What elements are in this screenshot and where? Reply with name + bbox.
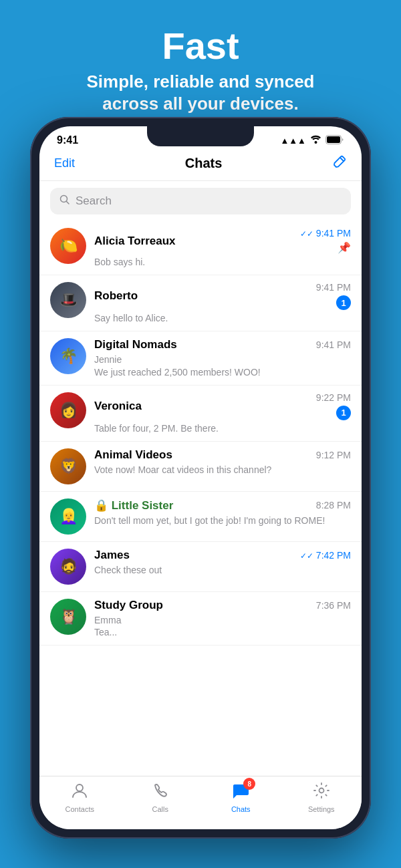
chat-right-sister: 8:28 PM	[316, 500, 351, 511]
chat-item-veronica[interactable]: 👩 Veronica 9:22 PM 1 Table for four, 2 P…	[39, 386, 362, 442]
chat-name-james: James	[94, 549, 130, 562]
chats-title: Chats	[185, 156, 223, 171]
chat-top-veronica: Veronica 9:22 PM 1	[94, 392, 351, 420]
chat-preview-veronica: Table for four, 2 PM. Be there.	[94, 422, 351, 434]
chat-time-study: 7:36 PM	[316, 600, 351, 611]
tab-bar: Contacts Calls 8 Chats	[39, 776, 362, 829]
chat-top-study: Study Group 7:36 PM	[94, 599, 351, 612]
chat-right-digital: 9:41 PM	[316, 339, 351, 350]
chat-content-veronica: Veronica 9:22 PM 1 Table for four, 2 PM.…	[94, 392, 351, 434]
chat-time-roberto: 9:41 PM	[316, 282, 351, 293]
compose-button[interactable]	[332, 154, 347, 172]
chat-item-alicia[interactable]: 🍋 Alicia Torreaux ✓✓ 9:41 PM 📌 Bob says …	[39, 221, 362, 275]
svg-rect-2	[327, 136, 340, 143]
chat-content-james: James ✓✓ 7:42 PM Check these out	[94, 549, 351, 576]
chat-content-animal: Animal Videos 9:12 PM Vote now! Moar cat…	[94, 448, 351, 476]
edit-button[interactable]: Edit	[54, 156, 75, 170]
avatar-animal: 🦁	[50, 448, 86, 484]
search-placeholder: Search	[76, 194, 112, 208]
chat-name-alicia: Alicia Torreaux	[94, 235, 176, 248]
contacts-icon	[71, 782, 88, 803]
svg-point-0	[315, 141, 317, 144]
chat-preview-digital: JennieWe just reached 2,500 members! WOO…	[94, 353, 351, 378]
hero-subtitle: Simple, reliable and syncedacross all yo…	[0, 71, 401, 116]
tab-settings[interactable]: Settings	[281, 782, 362, 813]
chat-name-sister: 🔒 Little Sister	[94, 498, 173, 513]
chat-right-roberto: 9:41 PM 1	[316, 282, 351, 310]
chat-time-james: ✓✓ 7:42 PM	[300, 550, 351, 561]
chat-name-study: Study Group	[94, 599, 163, 612]
chat-right-veronica: 9:22 PM 1	[316, 392, 351, 420]
chat-right-study: 7:36 PM	[316, 600, 351, 611]
chat-time-digital: 9:41 PM	[316, 339, 351, 350]
avatar-study: 🦉	[50, 599, 86, 635]
chat-preview-study: EmmaTea...	[94, 614, 351, 638]
avatar-james: 🧔	[50, 549, 86, 585]
chat-preview-sister: Don't tell mom yet, but I got the job! I…	[94, 515, 351, 527]
chat-time-veronica: 9:22 PM	[316, 392, 351, 403]
chat-item-sister[interactable]: 👱‍♀️ 🔒 Little Sister 8:28 PM Don't tell …	[39, 492, 362, 542]
avatar-sister: 👱‍♀️	[50, 498, 86, 535]
wifi-icon	[310, 135, 321, 146]
phone-screen: 9:41 ▲▲▲	[39, 126, 362, 829]
hero-title: Fast	[0, 25, 401, 67]
status-icons: ▲▲▲	[280, 135, 344, 146]
search-icon	[59, 194, 70, 208]
chat-name-digital: Digital Nomads	[94, 338, 177, 351]
settings-label: Settings	[308, 805, 335, 813]
chat-top-roberto: Roberto 9:41 PM 1	[94, 282, 351, 310]
calls-icon	[152, 782, 169, 803]
chat-item-digital[interactable]: 🌴 Digital Nomads 9:41 PM JennieWe just r…	[39, 331, 362, 385]
chat-top-alicia: Alicia Torreaux ✓✓ 9:41 PM 📌	[94, 228, 351, 254]
chat-content-digital: Digital Nomads 9:41 PM JennieWe just rea…	[94, 338, 351, 378]
hero-section: Fast Simple, reliable and syncedacross a…	[0, 0, 401, 129]
battery-icon	[325, 135, 344, 146]
svg-point-5	[319, 788, 323, 793]
chat-time-alicia: ✓✓ 9:41 PM	[300, 228, 351, 239]
chat-top-james: James ✓✓ 7:42 PM	[94, 549, 351, 562]
chat-content-alicia: Alicia Torreaux ✓✓ 9:41 PM 📌 Bob says hi…	[94, 228, 351, 268]
phone-frame: 9:41 ▲▲▲	[30, 117, 371, 839]
tab-calls[interactable]: Calls	[120, 782, 201, 813]
chat-right-animal: 9:12 PM	[316, 450, 351, 460]
chat-name-roberto: Roberto	[94, 289, 138, 303]
tab-contacts[interactable]: Contacts	[39, 782, 120, 813]
chat-content-study: Study Group 7:36 PM EmmaTea...	[94, 599, 351, 638]
chat-item-study[interactable]: 🦉 Study Group 7:36 PM EmmaTea...	[39, 592, 362, 645]
chat-preview-animal: Vote now! Moar cat videos in this channe…	[94, 464, 351, 476]
avatar-digital: 🌴	[50, 338, 86, 374]
calls-label: Calls	[152, 805, 168, 813]
chats-label: Chats	[231, 805, 251, 813]
search-bar[interactable]: Search	[50, 188, 351, 214]
chat-content-sister: 🔒 Little Sister 8:28 PM Don't tell mom y…	[94, 498, 351, 527]
status-time: 9:41	[57, 134, 78, 146]
chat-preview-roberto: Say hello to Alice.	[94, 312, 351, 324]
chat-time-animal: 9:12 PM	[316, 450, 351, 460]
contacts-label: Contacts	[65, 805, 94, 813]
avatar-roberto: 🎩	[50, 282, 86, 318]
tab-chats[interactable]: 8 Chats	[200, 782, 281, 813]
chat-right-alicia: ✓✓ 9:41 PM 📌	[300, 228, 351, 254]
chat-top-sister: 🔒 Little Sister 8:28 PM	[94, 498, 351, 513]
chat-top-digital: Digital Nomads 9:41 PM	[94, 338, 351, 351]
chat-item-james[interactable]: 🧔 James ✓✓ 7:42 PM Check these out	[39, 542, 362, 592]
chat-item-animal[interactable]: 🦁 Animal Videos 9:12 PM Vote now! Moar c…	[39, 442, 362, 492]
chats-tab-badge-wrap: 8	[231, 782, 250, 803]
chats-badge: 8	[243, 778, 255, 790]
pin-icon-alicia: 📌	[338, 241, 351, 254]
chat-name-veronica: Veronica	[94, 400, 142, 413]
avatar-alicia: 🍋	[50, 228, 86, 264]
chat-preview-james: Check these out	[94, 564, 351, 576]
chat-name-animal: Animal Videos	[94, 448, 172, 462]
badge-veronica: 1	[336, 406, 351, 420]
chat-time-sister: 8:28 PM	[316, 500, 351, 511]
chat-right-james: ✓✓ 7:42 PM	[300, 550, 351, 561]
phone-notch	[147, 126, 254, 146]
nav-header: Edit Chats	[39, 149, 362, 181]
chat-preview-alicia: Bob says hi.	[94, 256, 351, 268]
avatar-veronica: 👩	[50, 392, 86, 428]
signal-icon: ▲▲▲	[280, 136, 306, 146]
svg-point-4	[76, 784, 83, 791]
chat-item-roberto[interactable]: 🎩 Roberto 9:41 PM 1 Say hello to Alice.	[39, 275, 362, 331]
chat-top-animal: Animal Videos 9:12 PM	[94, 448, 351, 462]
